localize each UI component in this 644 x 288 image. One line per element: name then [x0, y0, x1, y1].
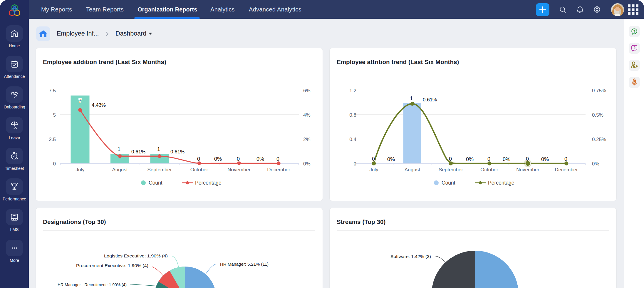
svg-text:0.75%: 0.75%: [592, 88, 606, 93]
svg-text:July: July: [76, 167, 85, 173]
svg-text:1: 1: [157, 146, 160, 152]
svg-text:0: 0: [354, 161, 356, 167]
svg-text:0.5%: 0.5%: [592, 112, 603, 118]
svg-text:0.61%: 0.61%: [170, 149, 185, 155]
svg-text:July: July: [369, 167, 378, 173]
svg-text:September: September: [439, 167, 463, 173]
svg-text:?: ?: [633, 29, 635, 34]
svg-text:1: 1: [118, 146, 120, 152]
svg-text:2.5: 2.5: [49, 137, 56, 142]
svg-text:4.43%: 4.43%: [92, 102, 106, 108]
svg-text:August: August: [405, 167, 420, 173]
svg-text:5: 5: [53, 112, 56, 118]
svg-text:0: 0: [564, 156, 567, 162]
svg-text:0%: 0%: [503, 156, 510, 162]
svg-text:Percentage: Percentage: [195, 180, 222, 186]
svg-text:0: 0: [372, 156, 375, 162]
svg-text:Procurement Executive: 1.90% (: Procurement Executive: 1.90% (4): [76, 263, 148, 268]
svg-text:1: 1: [410, 96, 413, 101]
svg-text:November: November: [516, 167, 539, 173]
svg-text:0: 0: [526, 156, 529, 162]
svg-text:1.2: 1.2: [349, 88, 356, 93]
svg-text:Logistics Executive: 1.90% (4): Logistics Executive: 1.90% (4): [104, 253, 168, 258]
svg-text:October: October: [480, 167, 498, 173]
svg-text:October: October: [190, 167, 208, 173]
svg-text:0%: 0%: [387, 156, 395, 162]
svg-text:0: 0: [449, 156, 452, 162]
svg-text:0.25%: 0.25%: [592, 137, 606, 142]
svg-text:0: 0: [276, 156, 279, 162]
svg-text:August: August: [112, 167, 128, 173]
svg-text:2%: 2%: [303, 137, 311, 142]
svg-text:0%: 0%: [303, 161, 311, 167]
svg-text:HR Manager: 5.21% (11): HR Manager: 5.21% (11): [220, 262, 269, 267]
svg-text:0.61%: 0.61%: [423, 97, 437, 103]
svg-text:6%: 6%: [303, 88, 311, 93]
svg-text:0%: 0%: [256, 156, 264, 162]
svg-text:7: 7: [78, 98, 81, 104]
svg-text:December: December: [555, 167, 578, 173]
svg-text:0: 0: [237, 156, 240, 162]
svg-text:0: 0: [487, 156, 490, 162]
svg-text:0.8: 0.8: [349, 112, 356, 118]
svg-text:4%: 4%: [303, 112, 311, 118]
svg-text:HR Manager - Recruitment: 1.90: HR Manager - Recruitment: 1.90% (4): [58, 282, 127, 287]
svg-text:December: December: [267, 167, 290, 173]
svg-text:0%: 0%: [214, 156, 222, 162]
svg-text:0%: 0%: [592, 161, 599, 167]
svg-text:Software: 1.42% (3): Software: 1.42% (3): [390, 254, 431, 259]
svg-text:0%: 0%: [466, 156, 474, 162]
svg-text:Percentage: Percentage: [488, 180, 514, 186]
svg-text:0: 0: [197, 156, 200, 162]
svg-text:7.5: 7.5: [49, 88, 56, 93]
svg-text:Count: Count: [149, 180, 162, 186]
svg-text:?: ?: [633, 46, 635, 50]
svg-text:0%: 0%: [541, 156, 549, 162]
svg-text:0: 0: [53, 161, 56, 167]
svg-text:November: November: [227, 167, 251, 173]
svg-text:0.4: 0.4: [349, 137, 356, 142]
svg-text:0.61%: 0.61%: [131, 149, 145, 155]
svg-text:September: September: [147, 167, 172, 173]
svg-text:Count: Count: [442, 180, 455, 186]
